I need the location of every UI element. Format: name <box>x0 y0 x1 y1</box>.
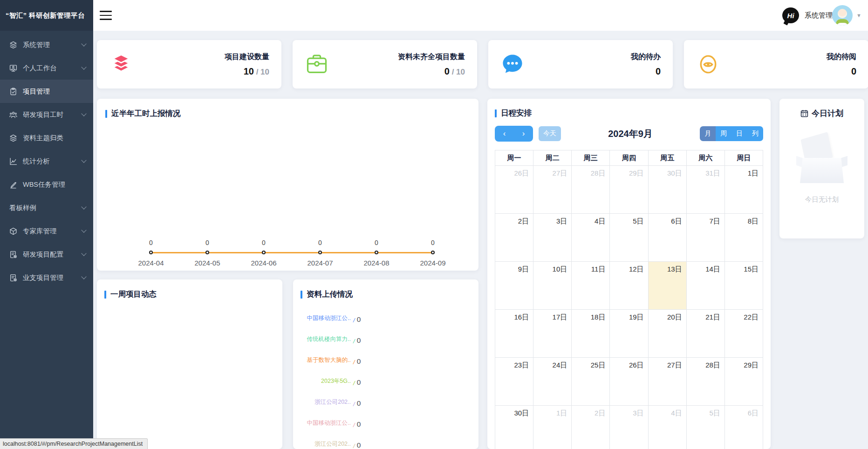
today-plan-panel: 今日计划 今日无计划 <box>779 99 864 238</box>
chevron-down-icon <box>82 252 87 257</box>
calendar-day[interactable]: 18日 <box>572 310 610 357</box>
calendar-day[interactable]: 17日 <box>533 310 572 357</box>
calendar-day[interactable]: 27日 <box>533 166 572 213</box>
calendar-day-today[interactable]: 13日 <box>649 262 687 309</box>
zero-bar-mark: / <box>353 401 355 408</box>
workhour-chart-panel: 近半年工时上报情况 02024-0402024-0502024-0602024-… <box>97 99 478 271</box>
calendar-day[interactable]: 9日 <box>495 262 533 309</box>
calendar-week-row: 23日24日25日26日27日28日29日 <box>495 358 763 406</box>
calendar-day[interactable]: 5日 <box>687 406 725 449</box>
calendar-day[interactable]: 6日 <box>649 214 687 261</box>
calendar-nav-group: ‹ › <box>495 126 533 142</box>
sidebar-item-label: 研发项目工时 <box>23 110 63 119</box>
calendar-day[interactable]: 12日 <box>610 262 648 309</box>
layers-icon <box>9 41 18 49</box>
calendar-day[interactable]: 20日 <box>649 310 687 357</box>
project-name-link[interactable]: 2023年5G.. <box>301 377 351 385</box>
zero-bar-mark: / <box>353 422 355 429</box>
calendar-day[interactable]: 27日 <box>649 358 687 405</box>
calendar-view-button-列[interactable]: 列 <box>747 126 763 141</box>
weekly-dynamics-panel: 一周项目动态 <box>97 279 282 449</box>
calendar-day[interactable]: 4日 <box>572 214 610 261</box>
upload-list-item: 浙江公司202../0 <box>301 392 471 413</box>
calendar-day[interactable]: 2日 <box>495 214 533 261</box>
hamburger-menu-icon[interactable] <box>100 11 112 20</box>
calendar-day[interactable]: 2日 <box>572 406 610 449</box>
calendar-day[interactable]: 1日 <box>533 406 572 449</box>
calendar-day[interactable]: 21日 <box>687 310 725 357</box>
chevron-down-icon <box>82 159 87 163</box>
calendar-day[interactable]: 31日 <box>687 166 725 213</box>
project-name-link[interactable]: 传统机楼向算力.. <box>301 335 351 343</box>
calendar-day[interactable]: 23日 <box>495 358 533 405</box>
topbar-user-area: Hi 系统管理员 ▼ <box>782 5 868 26</box>
project-name-link[interactable]: 中国移动浙江公.. <box>301 314 351 322</box>
calendar-day[interactable]: 15日 <box>725 262 763 309</box>
point-value-label: 0 <box>130 239 172 246</box>
project-name-link[interactable]: 基于数智大脑的.. <box>301 356 351 364</box>
calendar-day[interactable]: 7日 <box>687 214 725 261</box>
calendar-day[interactable]: 26日 <box>495 166 533 213</box>
calendar-day[interactable]: 3日 <box>533 214 572 261</box>
calendar-day[interactable]: 5日 <box>610 214 648 261</box>
sidebar-item-专家库管理[interactable]: 专家库管理 <box>0 219 93 243</box>
workstation-icon <box>9 64 18 72</box>
sidebar-item-系统管理[interactable]: 系统管理 <box>0 33 93 56</box>
stat-card-项目建设数量[interactable]: 项目建设数量10 / 10 <box>97 40 281 88</box>
calendar-day[interactable]: 19日 <box>610 310 648 357</box>
calendar-today-button[interactable]: 今天 <box>539 126 561 141</box>
stat-card-我的待阅[interactable]: 我的待阅0 <box>684 40 868 88</box>
pen-icon <box>9 180 18 189</box>
stat-card-value: 0 <box>631 66 661 77</box>
sidebar-item-统计分析[interactable]: 统计分析 <box>0 150 93 173</box>
calendar-view-button-日[interactable]: 日 <box>731 126 747 141</box>
calendar-day[interactable]: 3日 <box>610 406 648 449</box>
upload-status-panel: 资料上传情况 中国移动浙江公../0传统机楼向算力../0基于数智大脑的../0… <box>293 279 478 449</box>
calendar-view-button-月[interactable]: 月 <box>700 126 716 141</box>
calendar-day[interactable]: 11日 <box>572 262 610 309</box>
calendar-day[interactable]: 29日 <box>610 166 648 213</box>
calendar-day[interactable]: 16日 <box>495 310 533 357</box>
sidebar-item-看板样例[interactable]: 看板样例 <box>0 196 93 219</box>
sidebar-item-个人工作台[interactable]: 个人工作台 <box>0 56 93 80</box>
calendar-day[interactable]: 10日 <box>533 262 572 309</box>
stat-card-title: 项目建设数量 <box>225 52 269 62</box>
project-name-link[interactable]: 中国移动浙江公.. <box>301 419 351 427</box>
stat-card-text: 我的待阅0 <box>827 52 856 77</box>
project-name-link[interactable]: 浙江公司202.. <box>301 398 351 406</box>
calendar-day[interactable]: 30日 <box>495 406 533 449</box>
calendar-day[interactable]: 24日 <box>533 358 572 405</box>
avatar[interactable] <box>832 5 853 26</box>
calendar-next-button[interactable]: › <box>514 126 533 142</box>
x-axis-tick-label: 2024-08 <box>355 259 397 267</box>
calendar-day[interactable]: 6日 <box>725 406 763 449</box>
calendar-day[interactable]: 26日 <box>610 358 648 405</box>
chevron-down-icon[interactable]: ▼ <box>856 13 861 18</box>
sidebar-item-业支项目管理[interactable]: 业支项目管理 <box>0 266 93 289</box>
calendar-day[interactable]: 28日 <box>572 166 610 213</box>
stat-card-value: 0 / 10 <box>398 66 465 77</box>
calendar-day[interactable]: 8日 <box>725 214 763 261</box>
calendar-day[interactable]: 28日 <box>687 358 725 405</box>
eye-icon <box>696 52 720 76</box>
calendar-day[interactable]: 4日 <box>649 406 687 449</box>
sidebar-item-研发项目配置[interactable]: 研发项目配置 <box>0 243 93 266</box>
stat-card-资料未齐全项目数量[interactable]: 资料未齐全项目数量0 / 10 <box>293 40 477 88</box>
point-marker <box>318 251 322 254</box>
sidebar-item-label: 统计分析 <box>23 157 50 166</box>
sidebar-item-资料主题归类[interactable]: 资料主题归类 <box>0 126 93 150</box>
calendar-day[interactable]: 29日 <box>725 358 763 405</box>
calendar-view-button-周[interactable]: 周 <box>716 126 731 141</box>
sidebar-item-研发项目工时[interactable]: 研发项目工时 <box>0 103 93 126</box>
calendar-prev-button[interactable]: ‹ <box>495 126 514 142</box>
calendar-day[interactable]: 30日 <box>649 166 687 213</box>
calendar-day[interactable]: 1日 <box>725 166 763 213</box>
calendar-day[interactable]: 14日 <box>687 262 725 309</box>
sidebar-item-WBS任务管理[interactable]: WBS任务管理 <box>0 173 93 196</box>
sidebar-item-项目管理[interactable]: 项目管理 <box>0 80 93 103</box>
project-name-link[interactable]: 浙江公司202.. <box>301 440 351 448</box>
calendar-day[interactable]: 25日 <box>572 358 610 405</box>
stat-card-我的待办[interactable]: 我的待办0 <box>488 40 673 88</box>
calendar-view-switcher: 月周日列 <box>700 126 763 141</box>
calendar-day[interactable]: 22日 <box>725 310 763 357</box>
